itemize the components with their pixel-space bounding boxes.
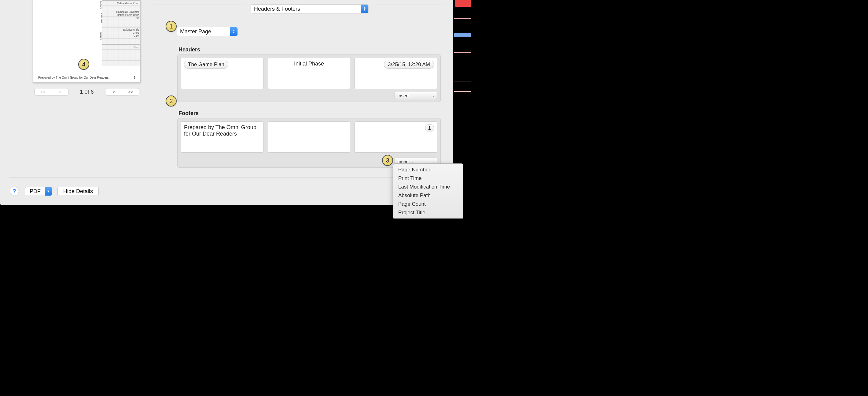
- page-preview: Kwame Refine Game Conc Henrietta Gamepla…: [33, 0, 141, 83]
- pager-last-button[interactable]: >>: [122, 88, 140, 95]
- print-dialog-window: Kwame Refine Game Conc Henrietta Gamepla…: [0, 0, 453, 205]
- footer-center-field[interactable]: [268, 121, 350, 153]
- updown-arrows-icon: ▲▼: [361, 5, 368, 13]
- insert-label: Insert…: [397, 93, 413, 98]
- chevron-down-icon: ▼: [45, 187, 52, 196]
- menu-item-last-modification-time[interactable]: Last Modification Time: [393, 183, 463, 191]
- pdf-label: PDF: [25, 187, 45, 196]
- footers-panel: Prepared by The Omni Group for Our Dear …: [177, 118, 441, 168]
- bg-line: [454, 52, 471, 53]
- footer-left-field[interactable]: Prepared by The Omni Group for Our Dear …: [181, 121, 264, 153]
- bg-line: [454, 91, 471, 92]
- preview-text: Com: [102, 34, 140, 37]
- hide-details-button[interactable]: Hide Details: [58, 187, 99, 196]
- preview-content: Kwame Refine Game Conc Henrietta Gamepla…: [102, 0, 140, 66]
- callout-3: 3: [382, 155, 393, 166]
- chevron-down-icon: ⌄: [432, 94, 435, 97]
- preview-row-label: Kwame: [99, 1, 102, 9]
- preview-footer-left: Prepared by The Omni Group for Our Dear …: [38, 76, 108, 79]
- pager-fwd-group: > >>: [105, 88, 140, 95]
- menu-item-print-time[interactable]: Print Time: [393, 174, 463, 183]
- pager-first-button[interactable]: <<: [34, 88, 51, 95]
- footer-right-token: 1: [425, 124, 434, 132]
- footer-right-field[interactable]: 1: [354, 121, 437, 153]
- hide-details-label: Hide Details: [63, 188, 93, 195]
- insert-menu: Page Number Print Time Last Modification…: [393, 163, 463, 219]
- menu-item-project-title[interactable]: Project Title: [393, 208, 463, 217]
- callout-4: 4: [78, 59, 89, 70]
- preview-text: Com: [102, 46, 140, 49]
- header-left-field[interactable]: The Game Plan: [181, 58, 264, 89]
- divider: [9, 177, 444, 178]
- bg-line: [454, 81, 471, 81]
- header-left-token: The Game Plan: [184, 61, 228, 68]
- preview-text: Choo: [102, 31, 140, 34]
- preview-footer-right: 1: [133, 76, 135, 79]
- preview-row-label: Satoshi: [99, 31, 102, 40]
- callout-1: 1: [166, 21, 177, 32]
- header-center-field[interactable]: Initial Phase: [268, 58, 350, 89]
- section-dropdown[interactable]: Headers & Footers ▲▼: [251, 4, 369, 13]
- preview-text: Refine Game Conc: [102, 13, 140, 17]
- callout-2: 2: [166, 95, 177, 107]
- insert-label: Insert…: [397, 159, 413, 164]
- pager-next-button[interactable]: >: [105, 88, 122, 95]
- preview-footer: Prepared by The Omni Group for Our Dear …: [33, 76, 140, 79]
- divider: [153, 5, 245, 5]
- preview-text: Balance unde: [102, 28, 140, 31]
- preview-text: Co: [102, 17, 140, 20]
- divider: [376, 5, 446, 5]
- pager-prev-button[interactable]: <: [51, 88, 68, 95]
- pdf-dropdown-button[interactable]: PDF ▼: [25, 187, 52, 196]
- updown-arrows-icon: ▲▼: [230, 27, 238, 36]
- menu-item-page-number[interactable]: Page Number: [393, 166, 463, 174]
- preview-text: Refine Game Conc: [102, 2, 140, 5]
- bg-red-bar: [455, 0, 471, 7]
- menu-item-absolute-path[interactable]: Absolute Path: [393, 191, 463, 200]
- preview-text: Gameplay Brainstor: [102, 10, 140, 13]
- preview-pager: << < 1 of 6 > >>: [33, 88, 141, 95]
- help-icon: ?: [12, 188, 16, 195]
- pager-label: 1 of 6: [68, 89, 105, 95]
- pager-back-group: << <: [34, 88, 68, 95]
- header-right-field[interactable]: 3/25/15, 12:20 AM: [354, 58, 437, 89]
- preview-row-label: Henrietta: [100, 13, 103, 23]
- help-button[interactable]: ?: [10, 187, 19, 196]
- page-scope-dropdown[interactable]: Master Page ▲▼: [177, 27, 238, 36]
- header-right-token: 3/25/15, 12:20 AM: [384, 61, 434, 68]
- headers-heading: Headers: [179, 47, 200, 53]
- headers-insert-dropdown[interactable]: Insert… ⌄: [395, 92, 437, 99]
- page-scope-label: Master Page: [180, 28, 211, 35]
- footers-heading: Footers: [179, 110, 199, 117]
- bg-line: [454, 18, 471, 19]
- bg-blue-bar: [454, 33, 471, 37]
- chevron-down-icon: ⌄: [432, 160, 435, 163]
- header-center-text: Initial Phase: [294, 61, 324, 67]
- menu-item-page-count[interactable]: Page Count: [393, 200, 463, 208]
- section-dropdown-label: Headers & Footers: [254, 6, 300, 12]
- headers-panel: The Game Plan Initial Phase 3/25/15, 12:…: [177, 54, 441, 102]
- footer-left-text: Prepared by The Omni Group for Our Dear …: [184, 124, 256, 137]
